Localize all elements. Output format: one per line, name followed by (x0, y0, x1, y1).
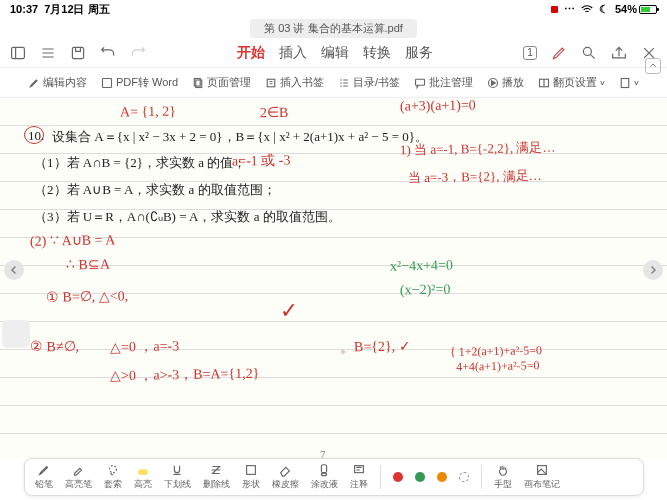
sub-book[interactable]: ⅴ (619, 77, 639, 89)
sub-flip[interactable]: 翻页设置ⅴ (538, 75, 605, 90)
divider (481, 465, 482, 489)
document-page[interactable]: 10. 设集合 A＝{x | x² − 3x + 2 = 0}，B＝{x | x… (0, 98, 667, 458)
menu-icon[interactable] (40, 45, 56, 61)
hw-aset: A= {1, 2} (120, 104, 176, 121)
svg-point-2 (583, 47, 591, 55)
tool-whiteout[interactable]: 涂改液 (311, 463, 338, 491)
dots-icon: ⋯ (564, 3, 575, 16)
question-part2: （2）若 A∪B = A，求实数 a 的取值范围； (34, 181, 276, 199)
tool-highlighter[interactable]: 高亮笔 (65, 463, 92, 491)
counter-badge[interactable]: 1 (523, 46, 537, 60)
menu-edit[interactable]: 编辑 (321, 44, 349, 62)
color-orange[interactable] (437, 472, 447, 482)
hw-sub2: ∴ B⊆A (66, 256, 110, 274)
svg-rect-12 (246, 466, 255, 475)
sidebar-icon[interactable] (10, 45, 26, 61)
hw-green2: (x−2)²=0 (400, 282, 451, 299)
hw-case1: ① B=∅, △<0, (46, 287, 128, 305)
svg-rect-7 (416, 79, 425, 85)
hw-note12: 当 a=-3，B={2}, 满足… (408, 167, 542, 187)
question-part1: （1）若 A∩B = {2}，求实数 a 的值； (34, 154, 246, 172)
battery-indicator: 54% (615, 3, 657, 15)
search-icon[interactable] (581, 45, 597, 61)
svg-rect-10 (621, 78, 629, 87)
svg-rect-0 (12, 47, 25, 58)
document-tab[interactable]: 第 03 讲 集合的基本运算.pdf (250, 19, 417, 38)
menu-convert[interactable]: 转换 (363, 44, 391, 62)
color-green[interactable] (415, 472, 425, 482)
tool-highlight[interactable]: 高亮 (134, 463, 152, 491)
document-tab-bar: 第 03 讲 集合的基本运算.pdf (0, 18, 667, 38)
tool-strike[interactable]: 删除线 (203, 463, 230, 491)
hw-dg: △>0 ，a>-3，B=A={1,2} (110, 365, 260, 386)
svg-point-11 (109, 466, 116, 473)
svg-rect-1 (72, 47, 83, 58)
status-date: 7月12日 周五 (44, 2, 109, 17)
tool-eraser[interactable]: 橡皮擦 (272, 463, 299, 491)
status-bar: 10:37 7月12日 周五 ⋯ ☾ 54% (0, 0, 667, 18)
share-icon[interactable] (611, 45, 627, 61)
hw-prod: (a+3)(a+1)=0 (400, 98, 476, 115)
next-page-button[interactable] (643, 260, 663, 280)
undo-icon[interactable] (100, 45, 116, 61)
sub-annot[interactable]: 批注管理 (414, 75, 473, 90)
status-time: 10:37 (10, 3, 38, 15)
tool-lasso[interactable]: 套索 (104, 463, 122, 491)
sub-toolbar: 编辑内容 PDF转 Word 页面管理 插入书签 目录/书签 批注管理 播放 翻… (0, 68, 667, 98)
menu-service[interactable]: 服务 (405, 44, 433, 62)
menu-insert[interactable]: 插入 (279, 44, 307, 62)
hw-sys: { 1+2(a+1)+a²-5=0 4+4(a+1)+a²-5=0 (450, 343, 543, 375)
hw-note11: 1) 当 a=-1, B={-2,2}, 满足… (400, 139, 556, 160)
tool-pencil[interactable]: 铅笔 (35, 463, 53, 491)
hw-2b: 2∈B (260, 104, 289, 121)
svg-rect-13 (321, 465, 326, 473)
menu-start[interactable]: 开始 (237, 44, 265, 62)
tool-canvas[interactable]: 画布笔记 (524, 463, 560, 491)
hw-check: ✓ (280, 298, 298, 324)
svg-rect-15 (354, 466, 363, 473)
sub-pdf-word[interactable]: PDF转 Word (101, 75, 178, 90)
redo-icon[interactable] (130, 45, 146, 61)
pen-icon[interactable] (551, 45, 567, 61)
color-add[interactable] (459, 472, 469, 482)
hw-case2: ② B≠∅, (30, 338, 79, 356)
hw-hdr2: (2) ∵ A∪B = A (30, 231, 116, 249)
prev-page-button[interactable] (4, 260, 24, 280)
moon-icon: ☾ (599, 3, 609, 16)
sub-page-mgr[interactable]: 页面管理 (192, 75, 251, 90)
sub-bookmark[interactable]: 插入书签 (265, 75, 324, 90)
question-number: 10. (28, 128, 44, 144)
wifi-icon (581, 5, 593, 14)
annotation-toolbar: 铅笔 高亮笔 套索 高亮 下划线 删除线 形状 橡皮擦 涂改液 注释 手型 画布… (24, 458, 644, 496)
svg-rect-6 (267, 79, 275, 87)
svg-point-14 (321, 473, 326, 476)
tool-hand[interactable]: 手型 (494, 463, 512, 491)
svg-rect-3 (102, 78, 111, 87)
hw-green1: x²−4x+4=0 (390, 257, 453, 274)
divider (380, 465, 381, 489)
tool-underline[interactable]: 下划线 (164, 463, 191, 491)
side-handle[interactable] (2, 320, 30, 348)
save-icon[interactable] (70, 45, 86, 61)
color-red[interactable] (393, 472, 403, 482)
sub-edit-content[interactable]: 编辑内容 (28, 75, 87, 90)
collapse-icon[interactable] (645, 58, 661, 74)
record-icon (551, 6, 558, 13)
sub-play[interactable]: 播放 (487, 75, 524, 90)
tool-shape[interactable]: 形状 (242, 463, 260, 491)
tool-note[interactable]: 注释 (350, 463, 368, 491)
main-toolbar: 开始 插入 编辑 转换 服务 1 (0, 38, 667, 68)
question-main: 设集合 A＝{x | x² − 3x + 2 = 0}，B＝{x | x² + … (52, 128, 428, 146)
hw-d0: △=0 ，a=-3 (110, 337, 179, 356)
hw-ans1: a=-1 或 -3 (232, 151, 291, 170)
sub-toc[interactable]: 目录/书签 (338, 75, 400, 90)
question-part3: （3）若 U＝R，A∩(∁ᵤB) = A，求实数 a 的取值范围。 (34, 208, 341, 226)
hw-bonly: 。B={2}, ✓ (340, 337, 411, 356)
page-number: 7 (320, 448, 326, 458)
